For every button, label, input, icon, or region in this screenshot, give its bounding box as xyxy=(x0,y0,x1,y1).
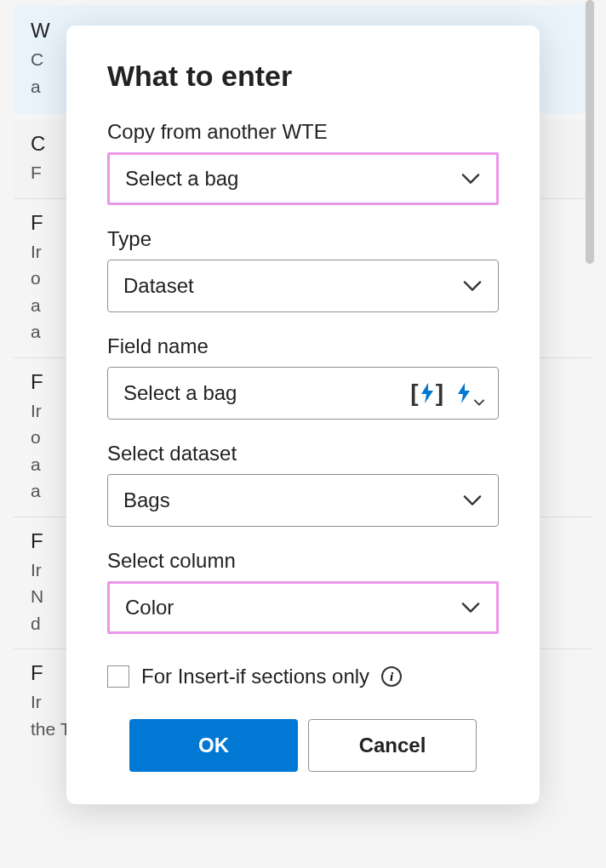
type-group: Type Dataset xyxy=(107,227,499,312)
field-name-group: Field name Select a bag [ ] xyxy=(107,334,499,420)
copy-from-value: Select a bag xyxy=(125,167,460,191)
insert-if-checkbox[interactable] xyxy=(107,665,129,688)
field-name-value: Select a bag xyxy=(123,381,410,405)
what-to-enter-modal: What to enter Copy from another WTE Sele… xyxy=(66,26,540,804)
modal-title: What to enter xyxy=(107,60,499,93)
chevron-down-icon xyxy=(460,597,481,618)
select-dataset-value: Bags xyxy=(123,488,462,512)
field-name-icon-group: [ ] xyxy=(410,380,486,407)
select-column-group: Select column Color xyxy=(107,549,499,634)
chevron-down-icon xyxy=(474,387,486,399)
select-column-label: Select column xyxy=(107,549,499,573)
field-name-input[interactable]: Select a bag [ ] xyxy=(107,367,499,420)
cancel-button[interactable]: Cancel xyxy=(308,719,477,772)
select-dataset-select[interactable]: Bags xyxy=(107,474,499,527)
insert-if-checkbox-label: For Insert-if sections only xyxy=(141,665,369,688)
chevron-down-icon xyxy=(460,168,481,189)
type-value: Dataset xyxy=(123,274,462,298)
select-dataset-group: Select dataset Bags xyxy=(107,442,499,527)
insert-if-checkbox-row: For Insert-if sections only i xyxy=(107,665,499,688)
type-select[interactable]: Dataset xyxy=(107,260,499,312)
button-row: OK Cancel xyxy=(107,719,499,772)
field-name-label: Field name xyxy=(107,334,499,358)
type-label: Type xyxy=(107,227,499,251)
ok-button[interactable]: OK xyxy=(129,719,298,772)
copy-from-group: Copy from another WTE Select a bag xyxy=(107,120,499,205)
bolt-bracket-icon[interactable]: [ ] xyxy=(410,380,443,407)
info-icon[interactable]: i xyxy=(381,666,402,687)
bolt-dropdown-button[interactable] xyxy=(455,382,486,404)
select-column-select[interactable]: Color xyxy=(107,581,499,634)
modal-overlay: What to enter Copy from another WTE Sele… xyxy=(0,0,606,868)
chevron-down-icon xyxy=(462,490,483,511)
copy-from-select[interactable]: Select a bag xyxy=(107,152,499,205)
chevron-down-icon xyxy=(462,276,483,296)
copy-from-label: Copy from another WTE xyxy=(107,120,499,144)
select-column-value: Color xyxy=(125,596,460,620)
select-dataset-label: Select dataset xyxy=(107,442,499,465)
